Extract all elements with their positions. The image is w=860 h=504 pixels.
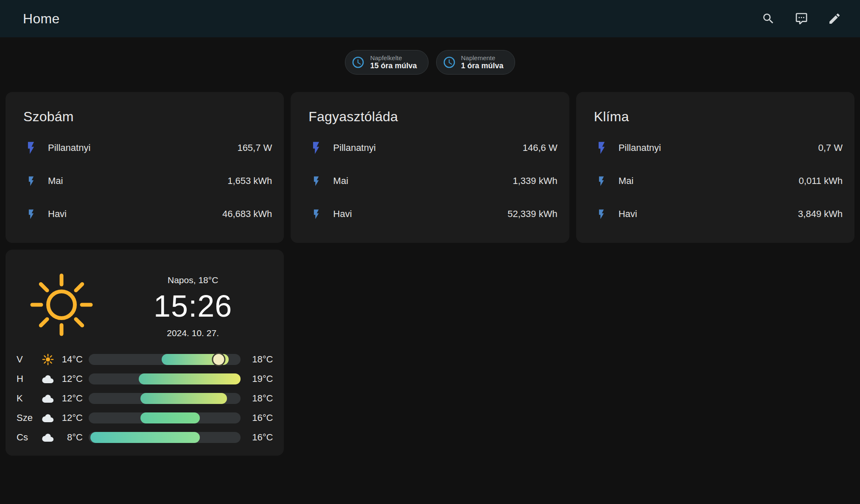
flash-icon (22, 209, 39, 220)
row-label: Mai (48, 175, 63, 187)
forecast-list: V 14°C 18°C H 12°C (6, 350, 284, 447)
edit-pencil-icon[interactable] (828, 12, 841, 25)
forecast-day: H (17, 373, 39, 384)
weather-cloudy-icon (39, 392, 56, 405)
chip-label: Napfelkelte (370, 54, 417, 62)
forecast-low-temp: 14°C (56, 354, 83, 365)
energy-row[interactable]: Havi 52,339 kWh (308, 198, 557, 231)
row-value: 0,7 W (818, 142, 843, 153)
row-value: 1,339 kWh (513, 175, 557, 187)
flash-icon (593, 141, 610, 155)
flash-icon (22, 141, 39, 155)
row-label: Pillanatnyi (619, 142, 661, 153)
row-value: 165,7 W (237, 142, 272, 153)
energy-row[interactable]: Pillanatnyi 146,6 W (308, 131, 557, 164)
sunset-chip[interactable]: Naplemente 1 óra múlva (436, 50, 515, 75)
row-label: Pillanatnyi (333, 142, 375, 153)
row-value: 46,683 kWh (222, 209, 272, 220)
assist-chat-icon[interactable] (795, 12, 808, 25)
forecast-low-temp: 8°C (56, 432, 83, 443)
header-actions (762, 12, 841, 25)
chip-value: 15 óra múlva (370, 61, 417, 70)
forecast-row: Cs 8°C 16°C (17, 428, 273, 447)
energy-cards-row: Szobám Pillanatnyi 165,7 W Mai 1,653 kWh… (6, 92, 854, 243)
energy-row[interactable]: Mai 0,011 kWh (593, 164, 843, 198)
energy-card-fagyasztolada: Fagyasztóláda Pillanatnyi 146,6 W Mai 1,… (291, 92, 569, 243)
energy-card-szobam: Szobám Pillanatnyi 165,7 W Mai 1,653 kWh… (6, 92, 284, 243)
forecast-day: K (17, 393, 39, 404)
sun-icon (30, 273, 110, 350)
weather-sunny-icon (39, 353, 56, 366)
energy-row[interactable]: Havi 46,683 kWh (22, 198, 272, 231)
chip-label: Naplemente (461, 54, 504, 62)
forecast-low-temp: 12°C (56, 412, 83, 423)
row-value: 0,011 kWh (798, 175, 843, 187)
forecast-bar-marker (212, 353, 226, 366)
forecast-bar-fill (140, 393, 227, 404)
flash-icon (308, 141, 325, 155)
forecast-temp-bar (89, 354, 241, 365)
forecast-row: K 12°C 18°C (17, 389, 273, 408)
weather-condition: Napos, 18°C (168, 275, 218, 285)
forecast-high-temp: 18°C (246, 393, 273, 404)
forecast-high-temp: 16°C (246, 432, 273, 443)
chips-row: Napfelkelte 15 óra múlva Naplemente 1 ór… (0, 50, 860, 75)
row-label: Havi (333, 209, 352, 220)
forecast-high-temp: 16°C (246, 412, 273, 423)
clock-time: 15:26 (154, 290, 232, 323)
flash-icon (308, 175, 325, 187)
weather-clock-card[interactable]: Napos, 18°C 15:26 2024. 10. 27. V 14°C 1… (6, 250, 284, 456)
energy-card-klima: Klíma Pillanatnyi 0,7 W Mai 0,011 kWh Ha… (576, 92, 854, 243)
forecast-temp-bar (89, 412, 241, 423)
row-label: Pillanatnyi (48, 142, 90, 153)
forecast-bar-fill (140, 412, 200, 423)
forecast-temp-bar (89, 373, 241, 384)
row-label: Mai (333, 175, 348, 187)
sun-clock-icon (351, 56, 365, 69)
sunrise-chip[interactable]: Napfelkelte 15 óra múlva (345, 50, 428, 75)
forecast-temp-bar (89, 393, 241, 404)
energy-row[interactable]: Pillanatnyi 165,7 W (22, 131, 272, 164)
flash-icon (593, 175, 610, 187)
row-label: Mai (619, 175, 633, 187)
forecast-row: H 12°C 19°C (17, 369, 273, 389)
page-title: Home (23, 11, 60, 27)
flash-icon (308, 209, 325, 220)
forecast-low-temp: 12°C (56, 373, 83, 384)
energy-row[interactable]: Mai 1,653 kWh (22, 164, 272, 198)
energy-row[interactable]: Pillanatnyi 0,7 W (593, 131, 843, 164)
forecast-row: Sze 12°C 16°C (17, 408, 273, 428)
forecast-high-temp: 19°C (246, 373, 273, 384)
app-header: Home (0, 0, 860, 37)
forecast-bar-fill (90, 432, 200, 443)
weather-cloudy-icon (39, 373, 56, 385)
forecast-day: Cs (17, 432, 39, 443)
forecast-temp-bar (89, 432, 241, 443)
row-value: 1,653 kWh (227, 175, 272, 187)
row-value: 146,6 W (523, 142, 557, 153)
card-title: Szobám (6, 92, 284, 129)
weather-cloudy-icon (39, 412, 56, 424)
row-value: 52,339 kWh (507, 209, 557, 220)
flash-icon (22, 175, 39, 187)
forecast-high-temp: 18°C (246, 354, 273, 365)
row-label: Havi (48, 209, 67, 220)
forecast-day: V (17, 354, 39, 365)
energy-row[interactable]: Havi 3,849 kWh (593, 198, 843, 231)
card-title: Klíma (576, 92, 854, 129)
card-title: Fagyasztóláda (291, 92, 569, 129)
forecast-row: V 14°C 18°C (17, 350, 273, 369)
row-label: Havi (619, 209, 637, 220)
chip-value: 1 óra múlva (461, 61, 504, 70)
sun-clock-icon (443, 56, 456, 69)
flash-icon (593, 209, 610, 220)
search-icon[interactable] (762, 12, 775, 25)
forecast-day: Sze (17, 412, 39, 423)
weather-cloudy-icon (39, 431, 56, 444)
forecast-bar-fill (139, 373, 241, 384)
forecast-low-temp: 12°C (56, 393, 83, 404)
row-value: 3,849 kWh (798, 209, 843, 220)
clock-date: 2024. 10. 27. (167, 328, 219, 338)
energy-row[interactable]: Mai 1,339 kWh (308, 164, 557, 198)
